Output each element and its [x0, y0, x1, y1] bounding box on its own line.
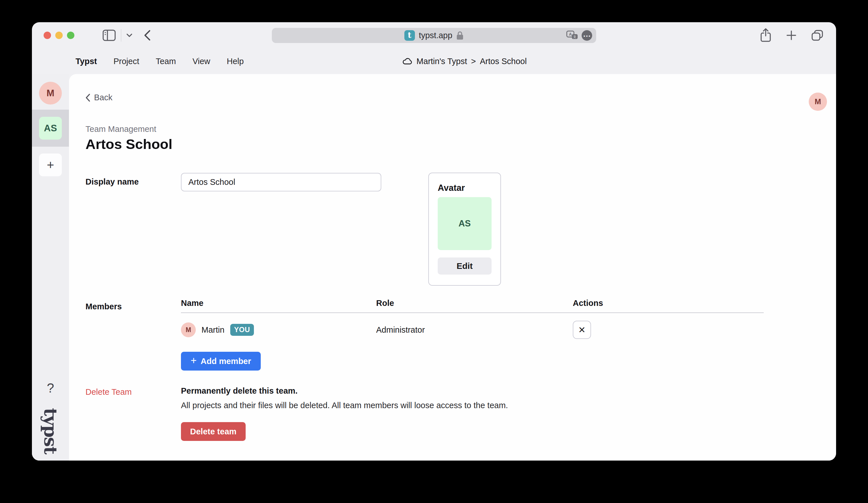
edit-avatar-button[interactable]: Edit [438, 258, 492, 275]
breadcrumb: Martin's Typst > Artos School [402, 49, 527, 74]
avatar-card: Avatar AS Edit [428, 172, 501, 286]
table-row: M Martin YOU Administrator ✕ [181, 315, 764, 344]
url-text: typst.app [419, 31, 453, 40]
close-icon: ✕ [578, 325, 586, 335]
translate-icon[interactable]: A 文 [566, 31, 578, 41]
browser-chrome: t typst.app A 文 [32, 22, 836, 49]
display-name-label: Display name [85, 177, 139, 187]
members-table: Name Role Actions M Martin YOU Administr… [181, 298, 764, 370]
svg-text:A: A [569, 32, 572, 36]
svg-text:文: 文 [574, 35, 577, 39]
lock-icon [456, 31, 464, 40]
content-area: M AS + ? typst Back M [32, 74, 836, 461]
add-member-label: Add member [200, 357, 251, 366]
tab-overview-icon[interactable] [811, 29, 824, 41]
zoom-window-button[interactable] [67, 32, 74, 39]
page-title: Artos School [85, 136, 173, 152]
member-role: Administrator [376, 325, 573, 335]
sidebar: M AS + ? typst [32, 74, 69, 461]
extensions-menu-icon[interactable]: … [582, 30, 592, 41]
member-name: Martin [202, 325, 225, 335]
menu-typst[interactable]: Typst [75, 57, 97, 66]
delete-warning-body: All projects and their files will be del… [181, 401, 665, 410]
breadcrumb-current[interactable]: Artos School [480, 57, 527, 66]
members-table-header: Name Role Actions [181, 298, 764, 308]
divider [121, 29, 121, 42]
chrome-right-icons [760, 22, 824, 49]
menu-view[interactable]: View [192, 57, 210, 66]
share-icon[interactable] [760, 28, 772, 43]
member-name-cell: M Martin YOU [181, 322, 376, 337]
member-avatar: M [181, 322, 196, 337]
main-panel: Back M Team Management Artos School Disp… [69, 74, 836, 461]
address-bar[interactable]: t typst.app A 文 [272, 28, 596, 43]
delete-team-block: Permanently delete this team. All projec… [181, 386, 665, 441]
column-header-name: Name [181, 298, 376, 308]
table-divider [181, 313, 764, 313]
section-eyebrow: Team Management [85, 125, 156, 134]
sidebar-team-avatar[interactable]: AS [39, 117, 62, 139]
back-navigation-icon[interactable] [143, 29, 151, 41]
address-bar-content: t typst.app [404, 30, 464, 41]
plus-icon: + [190, 355, 197, 367]
breadcrumb-separator: > [471, 57, 476, 66]
members-label: Members [85, 302, 122, 311]
typst-logo: typst [40, 408, 61, 454]
cloud-icon [402, 57, 413, 65]
account-avatar[interactable]: M [809, 93, 827, 111]
sidebar-toggle-icon[interactable] [103, 30, 116, 41]
chrome-nav-icons [103, 22, 151, 49]
delete-warning-title: Permanently delete this team. [181, 386, 665, 396]
sidebar-user-avatar[interactable]: M [39, 82, 62, 105]
site-favicon: t [404, 30, 415, 41]
team-avatar-preview: AS [438, 197, 492, 250]
remove-member-button[interactable]: ✕ [573, 321, 591, 339]
new-tab-icon[interactable] [786, 30, 797, 41]
sidebar-bottom: ? typst [32, 380, 69, 457]
delete-team-label: Delete Team [85, 387, 132, 397]
member-actions-cell: ✕ [573, 321, 764, 339]
sidebar-selected-band: AS [32, 110, 69, 147]
menu-project[interactable]: Project [113, 57, 139, 66]
avatar-card-title: Avatar [438, 183, 492, 193]
column-header-role: Role [376, 298, 573, 308]
address-bar-tools: A 文 … [566, 28, 592, 43]
back-link[interactable]: Back [85, 93, 112, 102]
help-icon[interactable]: ? [47, 380, 54, 396]
app-header: Typst Project Team View Help Martin's Ty… [32, 49, 836, 74]
chevron-left-icon [85, 93, 91, 102]
app-menubar: Typst Project Team View Help [75, 49, 244, 74]
minimize-window-button[interactable] [55, 32, 63, 39]
add-member-button[interactable]: + Add member [181, 352, 261, 370]
menu-team[interactable]: Team [156, 57, 176, 66]
column-header-actions: Actions [573, 298, 764, 308]
breadcrumb-workspace[interactable]: Martin's Typst [417, 57, 467, 66]
delete-team-button[interactable]: Delete team [181, 422, 246, 441]
menu-help[interactable]: Help [227, 57, 244, 66]
sidebar-add-team-button[interactable]: + [39, 154, 62, 176]
you-badge: YOU [230, 324, 254, 336]
chevron-down-icon[interactable] [126, 33, 133, 38]
traffic-lights [44, 32, 74, 39]
back-label: Back [94, 93, 112, 102]
browser-window: t typst.app A 文 [32, 22, 836, 461]
display-name-input[interactable] [181, 173, 381, 191]
close-window-button[interactable] [44, 32, 51, 39]
typst-logo-wrap: typst [32, 405, 69, 457]
